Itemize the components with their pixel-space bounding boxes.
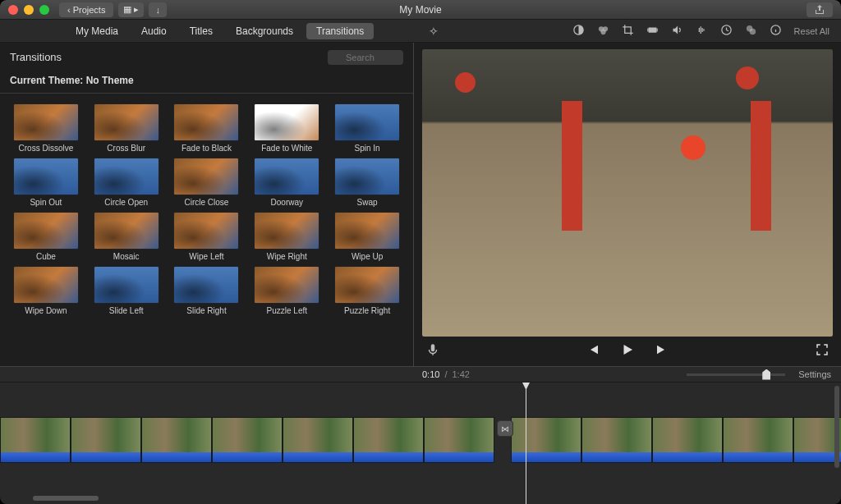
transition-label: Wipe Left <box>189 252 223 261</box>
timeline-clip[interactable] <box>141 417 212 463</box>
search-input[interactable] <box>328 50 403 65</box>
transition-item[interactable]: Fade to Black <box>169 103 245 153</box>
timeline-clip[interactable] <box>212 417 283 463</box>
reset-all-button[interactable]: Reset All <box>794 26 830 36</box>
volume-icon[interactable] <box>671 24 683 39</box>
prev-button[interactable] <box>586 342 600 360</box>
transition-item[interactable]: Slide Left <box>89 266 164 315</box>
playhead[interactable] <box>526 383 526 504</box>
transition-item[interactable]: Doorway <box>249 158 324 207</box>
close-icon[interactable] <box>8 5 18 15</box>
timeline-clip[interactable] <box>652 417 723 463</box>
svg-point-9 <box>749 28 756 34</box>
transition-item[interactable]: Cube <box>8 212 84 261</box>
info-icon[interactable] <box>770 24 782 39</box>
tab-titles[interactable]: Titles <box>180 23 223 39</box>
transition-badge[interactable]: ⋈ <box>497 420 513 437</box>
share-icon <box>815 5 825 15</box>
timeline-scrollbar[interactable] <box>33 496 99 501</box>
noise-reduction-icon[interactable] <box>696 24 708 39</box>
tab-my-media[interactable]: My Media <box>66 23 128 39</box>
transition-thumbnail <box>13 266 79 304</box>
timeline-clip[interactable] <box>0 417 71 463</box>
viewer-panel <box>414 43 841 366</box>
titlebar: ‹ Projects ▦ ▸ ↓ My Movie <box>0 0 841 20</box>
transition-thumbnail <box>94 212 159 250</box>
transition-item[interactable]: Puzzle Right <box>329 266 405 315</box>
tab-transitions[interactable]: Transitions <box>306 23 374 39</box>
transition-item[interactable]: Fade to White <box>249 103 324 153</box>
transition-item[interactable]: Wipe Down <box>8 266 84 315</box>
transition-thumbnail <box>254 212 319 250</box>
timeline-header: 0:10 / 1:42 Settings <box>0 366 841 383</box>
transition-item[interactable]: Wipe Right <box>249 212 324 261</box>
time-separator: / <box>444 369 447 379</box>
transition-label: Wipe Right <box>267 252 307 261</box>
total-time: 1:42 <box>452 369 469 379</box>
transition-thumbnail <box>254 266 319 304</box>
minimize-icon[interactable] <box>24 5 34 15</box>
theme-label: Current Theme: No Theme <box>0 71 413 94</box>
transition-label: Fade to White <box>261 144 312 153</box>
transition-item[interactable]: Spin In <box>329 103 405 153</box>
transition-item[interactable]: Spin Out <box>8 158 84 207</box>
tab-row: My Media Audio Titles Backgrounds Transi… <box>0 20 841 43</box>
transition-item[interactable]: Swap <box>329 158 405 207</box>
transition-item[interactable]: Cross Dissolve <box>8 103 84 153</box>
share-button[interactable] <box>807 2 833 17</box>
timeline-clip[interactable] <box>283 417 353 463</box>
color-balance-icon[interactable] <box>572 24 585 39</box>
transition-label: Slide Right <box>186 306 226 315</box>
settings-button[interactable]: Settings <box>798 369 831 379</box>
back-projects-button[interactable]: ‹ Projects <box>59 2 113 17</box>
browser-title: Transitions <box>10 51 62 63</box>
transition-thumbnail <box>173 266 239 304</box>
transition-item[interactable]: Mosaic <box>89 212 164 261</box>
zoom-icon[interactable] <box>39 5 49 15</box>
crop-icon[interactable] <box>622 24 634 39</box>
transition-thumbnail <box>254 103 319 141</box>
transition-item[interactable]: Circle Open <box>89 158 164 207</box>
preview-viewer[interactable] <box>422 49 833 337</box>
svg-rect-4 <box>648 27 656 32</box>
library-view-button[interactable]: ▦ ▸ <box>118 2 144 17</box>
transition-label: Cube <box>36 252 56 261</box>
transition-item[interactable]: Wipe Up <box>329 212 405 261</box>
timeline-clip[interactable] <box>723 417 793 463</box>
filter-icon[interactable] <box>745 24 757 39</box>
chevron-left-icon: ‹ <box>67 5 71 15</box>
transition-item[interactable]: Puzzle Left <box>249 266 324 315</box>
import-button[interactable]: ↓ <box>149 2 167 17</box>
playback-controls <box>414 337 841 366</box>
tab-backgrounds[interactable]: Backgrounds <box>226 23 303 39</box>
timeline-clip[interactable] <box>353 417 424 463</box>
transition-label: Circle Open <box>104 198 148 207</box>
timeline-clip[interactable] <box>581 417 652 463</box>
color-correction-icon[interactable] <box>597 24 609 39</box>
voiceover-icon[interactable] <box>425 342 440 360</box>
transition-item[interactable]: Slide Right <box>169 266 245 315</box>
svg-rect-6 <box>656 28 657 31</box>
transition-item[interactable]: Cross Blur <box>89 103 164 153</box>
transition-item[interactable]: Wipe Left <box>169 212 245 261</box>
transition-thumbnail <box>334 158 400 195</box>
timeline[interactable]: ⋈ <box>0 383 841 504</box>
window-scrollbar[interactable] <box>834 386 839 468</box>
transition-item[interactable]: Circle Close <box>169 158 245 207</box>
transition-thumbnail <box>173 158 239 195</box>
speed-icon[interactable] <box>720 24 733 39</box>
stabilize-icon[interactable] <box>646 24 659 39</box>
enhance-icon[interactable]: ✧ <box>429 25 439 38</box>
timeline-clip[interactable] <box>511 417 581 463</box>
library-tabs: My Media Audio Titles Backgrounds Transi… <box>0 23 374 39</box>
timeline-clip[interactable] <box>424 417 494 463</box>
fullscreen-icon[interactable] <box>815 342 830 360</box>
zoom-slider[interactable] <box>687 373 785 376</box>
transition-label: Slide Left <box>109 306 144 315</box>
next-button[interactable] <box>655 342 669 360</box>
transition-label: Cross Blur <box>107 144 145 153</box>
tab-audio[interactable]: Audio <box>131 23 177 39</box>
play-button[interactable] <box>620 342 635 360</box>
timeline-clip[interactable] <box>71 417 141 463</box>
transition-thumbnail <box>13 158 79 195</box>
